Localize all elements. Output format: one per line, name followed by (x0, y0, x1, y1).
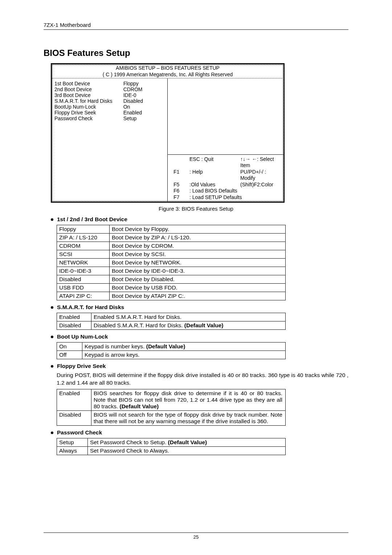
bios-title-line1: AMIBIOS SETUP – BIOS FEATURES SETUP (54, 65, 281, 72)
bios-setting-row: 1st Boot DeviceFloppy (54, 81, 164, 86)
bullet-icon (51, 336, 53, 338)
numlock-table: OnKeypad is number keys. (Default Value)… (57, 342, 286, 359)
bullet-icon (51, 306, 53, 309)
bullet-icon (51, 218, 53, 221)
floppy-seek-paragraph: During POST, BIOS will determine if the … (57, 372, 348, 387)
boot-device-table: FloppyBoot Device by Floppy. ZIP A: / LS… (57, 225, 286, 300)
table-row: CDROMBoot Device by CDROM. (57, 242, 286, 250)
page-footer: 25 (44, 532, 348, 540)
bullet-icon (51, 432, 53, 434)
bullet-floppy-seek: Floppy Drive Seek (44, 363, 348, 369)
bios-title-line2: ( C ) 1999 American Megatrends, Inc. All… (54, 72, 281, 78)
bullet-icon (51, 365, 53, 368)
default-value-label: (Default Value) (146, 343, 185, 349)
default-value-label: (Default Value) (184, 322, 224, 328)
bios-setting-row: 3rd Boot DeviceIDE-0 (54, 92, 164, 98)
bullet-boot-device: 1st / 2nd / 3rd Boot Device (44, 216, 348, 223)
running-header: 7ZX-1 Motherboard (44, 22, 348, 30)
bios-setting-row: Password CheckSetup (54, 116, 164, 121)
bios-help-pane: ESC : Quit↑↓→ ←: Select Item F1: HelpPU/… (168, 78, 284, 202)
content: 1st / 2nd / 3rd Boot Device FloppyBoot D… (44, 216, 348, 455)
table-row: DisabledBIOS will not search for the typ… (57, 410, 286, 425)
bullet-numlock: Boot Up Num-Lock (44, 333, 348, 340)
bios-body: 1st Boot DeviceFloppy 2nd Boot DeviceCDR… (52, 78, 284, 202)
bios-box-title: AMIBIOS SETUP – BIOS FEATURES SETUP ( C … (52, 64, 284, 78)
default-value-label: (Default Value) (168, 439, 207, 445)
password-check-table: SetupSet Password Check to Setup. (Defau… (57, 438, 286, 455)
bios-setting-row: Floppy Drive SeekEnabled (54, 110, 164, 116)
bullet-password: Password Check (44, 429, 348, 436)
default-value-label: (Default Value) (120, 403, 159, 409)
bios-setup-box: AMIBIOS SETUP – BIOS FEATURES SETUP ( C … (51, 63, 285, 203)
table-row: ZIP A: / LS-120Boot Device by ZIP A: / L… (57, 234, 286, 242)
table-row: FloppyBoot Device by Floppy. (57, 225, 286, 234)
figure-caption: Figure 3: BIOS Features Setup (44, 206, 348, 212)
bullet-smart: S.M.A.R.T. for Hard Disks (44, 304, 348, 311)
table-row: EnabledBIOS searches for floppy disk dri… (57, 389, 286, 410)
page: 7ZX-1 Motherboard BIOS Features Setup AM… (0, 0, 392, 555)
table-row: NETWORKBoot Device by NETWORK. (57, 259, 286, 267)
table-row: EnabledEnabled S.M.A.R.T. Hard for Disks… (57, 313, 286, 321)
floppy-seek-table: EnabledBIOS searches for floppy disk dri… (57, 389, 286, 426)
page-number: 25 (193, 534, 199, 540)
bios-setting-row: S.M.A.R.T. for Hard DisksDisabled (54, 98, 164, 104)
smart-table: EnabledEnabled S.M.A.R.T. Hard for Disks… (57, 313, 286, 330)
table-row: AlwaysSet Password Check to Always. (57, 446, 286, 455)
bios-settings-pane: 1st Boot DeviceFloppy 2nd Boot DeviceCDR… (52, 78, 168, 202)
table-row: USB FDDBoot Device by USB FDD. (57, 284, 286, 292)
table-row: SCSIBoot Device by SCSI. (57, 250, 286, 259)
table-row: DisabledBoot Device by Disabled. (57, 275, 286, 284)
section-title: BIOS Features Setup (44, 48, 348, 58)
table-row: SetupSet Password Check to Setup. (Defau… (57, 438, 286, 446)
bios-setting-row: 2nd Boot DeviceCDROM (54, 86, 164, 92)
table-row: ATAPI ZIP C:Boot Device by ATAPI ZIP C:. (57, 292, 286, 300)
table-row: DisabledDisabled S.M.A.R.T. Hard for Dis… (57, 321, 286, 330)
bios-help-keys: ESC : Quit↑↓→ ←: Select Item F1: HelpPU/… (168, 154, 284, 202)
table-row: OnKeypad is number keys. (Default Value) (57, 343, 286, 351)
bios-setting-row: BootUp Num-LockOn (54, 104, 164, 110)
table-row: OffKeypad is arrow keys. (57, 351, 286, 359)
table-row: IDE-0~IDE-3Boot Device by IDE-0~IDE-3. (57, 267, 286, 275)
